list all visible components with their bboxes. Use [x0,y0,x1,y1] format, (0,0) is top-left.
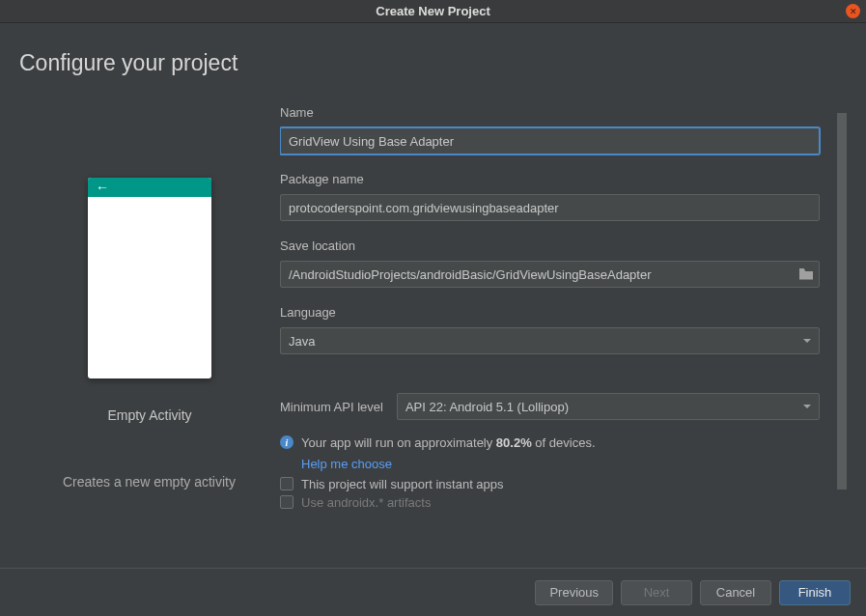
androidx-row: Use androidx.* artifacts [280,495,820,510]
content-area: ← Empty Activity Creates a new empty act… [0,76,866,510]
preview-appbar: ← [88,178,211,197]
close-icon[interactable]: ✕ [846,4,860,18]
titlebar: Create New Project ✕ [0,0,866,23]
scrollbar-track[interactable] [837,113,847,518]
name-input[interactable] [280,127,820,154]
window-title: Create New Project [376,4,490,18]
api-label: Minimum API level [280,400,383,414]
previous-button[interactable]: Previous [535,580,613,605]
browse-folder-icon[interactable] [798,268,814,281]
androidx-checkbox[interactable] [280,495,293,509]
chevron-down-icon [803,405,811,408]
language-label: Language [280,305,820,320]
form-scroll: Name Package name Save location Language… [280,105,837,510]
location-label: Save location [280,238,820,253]
chevron-down-icon [803,339,811,343]
androidx-label: Use androidx.* artifacts [301,495,431,510]
template-preview: ← [88,178,211,378]
language-value: Java [289,334,315,349]
instant-apps-row: This project will support instant apps [280,477,820,491]
api-select[interactable]: API 22: Android 5.1 (Lollipop) [397,393,820,420]
help-me-choose-link[interactable]: Help me choose [301,457,820,471]
page-title: Configure your project [0,23,866,76]
api-info-row: i Your app will run on approximately 80.… [280,434,820,453]
package-label: Package name [280,172,820,186]
form-column: Name Package name Save location Language… [280,105,847,510]
next-button[interactable]: Next [621,580,692,605]
location-input[interactable] [280,261,820,288]
api-value: API 22: Android 5.1 (Lollipop) [405,400,569,414]
back-arrow-icon: ← [96,180,109,195]
scrollbar-thumb[interactable] [837,113,847,490]
finish-button[interactable]: Finish [779,580,851,605]
instant-apps-checkbox[interactable] [280,477,293,490]
api-info-text: Your app will run on approximately 80.2%… [301,434,596,453]
cancel-button[interactable]: Cancel [700,580,771,605]
template-description: Creates a new empty activity [63,473,237,492]
language-select[interactable]: Java [280,327,820,354]
template-preview-column: ← Empty Activity Creates a new empty act… [19,105,280,510]
name-label: Name [280,105,820,120]
instant-apps-label: This project will support instant apps [301,477,504,491]
info-icon: i [280,435,293,449]
button-bar: Previous Next Cancel Finish [0,568,866,616]
template-name: Empty Activity [107,407,191,423]
package-input[interactable] [280,194,820,221]
